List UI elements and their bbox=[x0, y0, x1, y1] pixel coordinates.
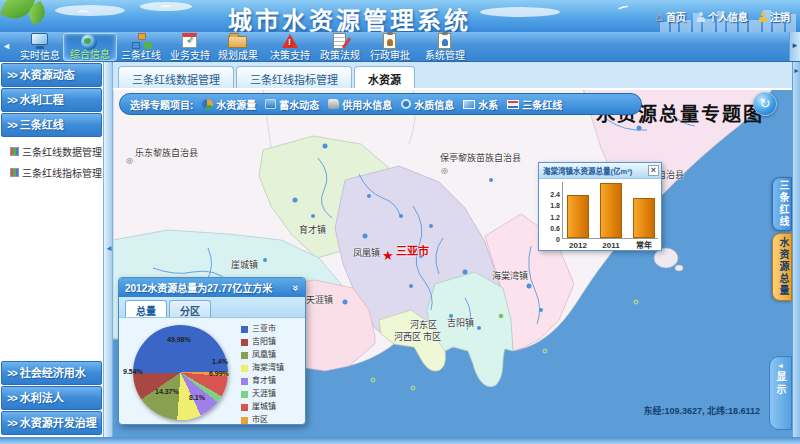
y-tick: 1.2 bbox=[540, 214, 560, 221]
layer-option-three-redlines[interactable]: 三条红线 bbox=[507, 97, 562, 112]
y-tick: 0 bbox=[540, 236, 560, 243]
layer-option-water-quantity[interactable]: 水资源量 bbox=[202, 97, 256, 112]
close-icon[interactable]: × bbox=[648, 165, 659, 176]
home-link[interactable]: ⌂ 首页 bbox=[655, 9, 686, 24]
chart-icon bbox=[10, 168, 19, 177]
toolbar-admin-approval[interactable]: 行政审批 bbox=[363, 33, 417, 61]
tab-divider bbox=[113, 88, 792, 90]
calendar-check-icon bbox=[178, 33, 202, 50]
cloud-decoration bbox=[480, 7, 560, 17]
legend-item: 海棠湾镇 bbox=[241, 364, 284, 372]
right-tab-water-total[interactable]: 水资源总量 bbox=[772, 233, 792, 301]
pie-slice-label: 49.98% bbox=[167, 336, 191, 343]
pie-popup-header[interactable]: 2012水资源总量为27.77亿立方米 » bbox=[119, 278, 305, 297]
chevrons-icon: >> bbox=[7, 368, 17, 379]
person-icon bbox=[697, 12, 705, 22]
map-label-baoting-county: 保亭黎族苗族自治县 bbox=[440, 151, 521, 164]
pie-slice-label: 9.54% bbox=[123, 368, 143, 375]
pie-tab-districts[interactable]: 分区 bbox=[169, 300, 211, 317]
tab-redline-data-mgmt[interactable]: 三条红线数据管理 bbox=[118, 66, 234, 88]
folder-icon bbox=[226, 33, 250, 50]
bar-chart: 2.4 1.8 1.2 0.6 0 2012 2011 常年 bbox=[539, 179, 661, 250]
dove-icon bbox=[78, 10, 89, 15]
bar-column[interactable] bbox=[567, 195, 589, 238]
county-marker-icon: ◎ bbox=[126, 156, 133, 165]
bar-popup-title: 海棠湾镇水资源总量(亿m³) bbox=[543, 165, 632, 176]
logout-person-icon bbox=[759, 12, 767, 22]
legend-swatch bbox=[241, 365, 248, 372]
app-title: 城市水资源管理系统 bbox=[228, 1, 471, 32]
profile-link[interactable]: 个人信息 bbox=[697, 9, 748, 24]
collapse-icon[interactable]: » bbox=[290, 284, 302, 290]
pie-popup-tabs: 总量 分区 bbox=[119, 297, 305, 318]
map-refresh-button[interactable]: ↻ bbox=[753, 92, 777, 116]
map-label-fenghuang-town: 凤凰镇 bbox=[353, 246, 380, 259]
sidebar-group-water-projects[interactable]: >>水利工程 bbox=[1, 88, 102, 112]
legend-item: 育才镇 bbox=[241, 377, 284, 385]
map-label-yacheng-town: 崖城镇 bbox=[231, 258, 258, 271]
show-panel-tab[interactable]: ◄ 显示 bbox=[769, 356, 792, 430]
legend-swatch bbox=[241, 339, 248, 346]
toolbar-planning-results[interactable]: 规划成果 bbox=[211, 33, 265, 61]
tab-redline-indicator-mgmt[interactable]: 三条红线指标管理 bbox=[236, 66, 352, 88]
collapse-sidebar-icon[interactable]: ◄ bbox=[105, 244, 113, 253]
left-arrow-icon: ◄ bbox=[777, 362, 784, 369]
layer-option-storage-dynamics[interactable]: 蓄水动态 bbox=[265, 97, 319, 112]
legend-item: 崖城镇 bbox=[241, 403, 284, 411]
toolbar-system-management[interactable]: 系统管理 bbox=[418, 33, 472, 61]
status-bar bbox=[0, 437, 800, 444]
pie-popup-title: 2012水资源总量为27.77亿立方米 bbox=[125, 280, 272, 295]
toolbar-decision-support[interactable]: 决策支持 bbox=[263, 33, 317, 61]
sidebar-group-water-legal-entities[interactable]: >>水利法人 bbox=[1, 386, 102, 410]
monitor-icon bbox=[28, 33, 52, 50]
map-label-jiyang-town: 吉阳镇 bbox=[447, 316, 474, 329]
layer-selector-label: 选择专题项目: bbox=[130, 97, 193, 112]
dove-icon bbox=[618, 5, 630, 13]
logout-link[interactable]: 注销 bbox=[759, 9, 790, 24]
tab-water-resources[interactable]: 水资源 bbox=[354, 66, 415, 88]
toolbar-policy-regulations[interactable]: 政策法规 bbox=[313, 33, 367, 61]
toolbar-business-support[interactable]: 业务支持 bbox=[163, 33, 217, 61]
right-panel-strip[interactable]: ► bbox=[792, 62, 800, 437]
layer-option-river-system[interactable]: 水系 bbox=[463, 97, 498, 112]
right-tab-three-redlines[interactable]: 三条红线 bbox=[772, 177, 792, 231]
banner: 城市水资源管理系统 ⌂ 首页 个人信息 注销 bbox=[0, 0, 800, 32]
toolbar-comprehensive-info[interactable]: 综合信息 bbox=[63, 33, 117, 61]
map-label-haitangwan-town: 海棠湾镇 bbox=[492, 269, 528, 282]
sidebar-bottom-groups: >>社会经济用水 >>水利法人 >>水资源开发治理 bbox=[0, 360, 103, 435]
pie-tab-total[interactable]: 总量 bbox=[125, 300, 167, 317]
layer-selector-bar: 选择专题项目: 水资源量 蓄水动态 供用水信息 水质信息 水系 三条红线 bbox=[119, 93, 642, 115]
toolbar-three-redlines[interactable]: 三条红线 bbox=[114, 33, 168, 61]
pie-slice-label: 8.1% bbox=[189, 394, 205, 401]
legend-swatch bbox=[241, 352, 248, 359]
tree-item-redline-indicator-mgmt[interactable]: 三条红线指标管理 bbox=[10, 162, 103, 183]
faucet-layer-icon bbox=[328, 99, 339, 109]
toolbar-scroll-left-icon[interactable]: ◄ bbox=[2, 41, 11, 51]
sidebar-splitter[interactable]: ◄ bbox=[104, 62, 113, 437]
sidebar-group-water-resource-dynamics[interactable]: >>水资源动态 bbox=[1, 63, 102, 87]
main-toolbar: ◄ 实时信息 综合信息 三条红线 业务支持 规划成果 决策支持 政策法规 bbox=[0, 32, 800, 62]
layer-option-water-supply[interactable]: 供用水信息 bbox=[328, 97, 392, 112]
sidebar: >>水资源动态 >>水利工程 >>三条红线 三条红线数据管理 三条红线指标管理 … bbox=[0, 62, 104, 437]
y-tick: 0.6 bbox=[540, 225, 560, 232]
pie-chart-popup: 2012水资源总量为27.77亿立方米 » 总量 分区 49.98% 9.54%… bbox=[118, 277, 306, 425]
coordinates-readout: 东经:109.3627, 北纬:18.6112 bbox=[600, 404, 760, 417]
bar-column[interactable] bbox=[633, 198, 655, 238]
chevrons-icon: >> bbox=[7, 70, 17, 81]
tree-item-redline-data-mgmt[interactable]: 三条红线数据管理 bbox=[10, 141, 103, 162]
layer-option-water-quality[interactable]: 水质信息 bbox=[401, 97, 454, 112]
legend-item: 凤凰镇 bbox=[241, 351, 284, 359]
toolbar-expand-icon[interactable]: ► bbox=[789, 32, 800, 61]
sidebar-group-three-redlines[interactable]: >>三条红线 bbox=[1, 113, 102, 137]
chevrons-icon: >> bbox=[7, 393, 17, 404]
map-label-yucai-town: 育才镇 bbox=[299, 223, 326, 236]
map-label-ledong-county: 乐东黎族自治县 bbox=[135, 146, 198, 159]
sidebar-group-water-development[interactable]: >>水资源开发治理 bbox=[1, 411, 102, 435]
sidebar-group-socioeconomic-water-use[interactable]: >>社会经济用水 bbox=[1, 361, 102, 385]
x-tick: 常年 bbox=[629, 239, 659, 250]
bar-popup-header[interactable]: 海棠湾镇水资源总量(亿m³) × bbox=[539, 163, 661, 179]
chevrons-icon: >> bbox=[7, 418, 17, 429]
bar-column[interactable] bbox=[600, 183, 622, 238]
toolbar-realtime-info[interactable]: 实时信息 bbox=[13, 33, 67, 61]
bar-chart-popup: 海棠湾镇水资源总量(亿m³) × 2.4 1.8 1.2 0.6 0 2012 … bbox=[538, 162, 662, 251]
